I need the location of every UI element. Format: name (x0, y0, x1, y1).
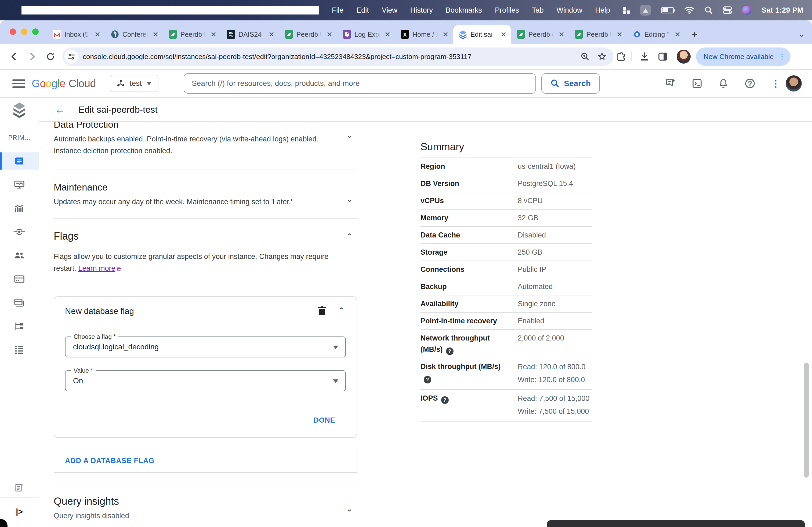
flag-value-select[interactable]: Value * On (65, 370, 346, 391)
sidebar-item-system-insights[interactable] (0, 176, 39, 193)
collapse-chevron-icon[interactable]: ⌃ (346, 232, 353, 241)
minimize-window-button[interactable] (21, 28, 27, 35)
browser-profile-avatar[interactable] (677, 50, 691, 64)
side-panel-icon[interactable] (654, 48, 671, 65)
back-arrow-icon[interactable]: ← (55, 104, 65, 115)
close-tab-icon[interactable]: ✕ (93, 30, 102, 39)
browser-tab[interactable]: Peerdb U✕ (569, 25, 627, 44)
learn-more-link[interactable]: Learn more (78, 264, 115, 272)
tab-label: Conferen (122, 31, 148, 39)
extensions-icon[interactable] (617, 51, 627, 62)
collapse-card-chevron-icon[interactable]: ⌃ (338, 306, 345, 315)
menu-bookmarks[interactable]: Bookmarks (446, 6, 482, 15)
browser-tab-active[interactable]: Edit sai-✕ (453, 25, 511, 44)
more-vert-icon[interactable]: ⋮ (771, 78, 780, 89)
forward-button[interactable] (24, 48, 41, 65)
url-text[interactable]: console.cloud.google.com/sql/instances/s… (83, 52, 576, 61)
whats-new-icon[interactable] (0, 479, 39, 496)
cloud-search-input[interactable]: Search (/) for resources, docs, products… (184, 73, 536, 94)
project-picker[interactable]: test (110, 75, 158, 92)
close-tab-icon[interactable]: ✕ (499, 30, 508, 39)
control-center-icon[interactable] (723, 6, 732, 14)
menu-file[interactable]: File (332, 6, 344, 15)
new-tab-button[interactable]: + (686, 26, 702, 42)
release-notes-icon[interactable] (665, 78, 676, 89)
menu-profiles[interactable]: Profiles (495, 6, 519, 15)
menu-chrome[interactable]: Chrome (21, 6, 319, 15)
browser-tab[interactable]: Peerdb (✕ (511, 25, 569, 44)
sidebar-item-databases[interactable] (0, 270, 39, 288)
app-menu-icon[interactable] (640, 5, 651, 16)
close-tab-icon[interactable]: ✕ (673, 30, 682, 39)
zoom-page-icon[interactable] (581, 52, 590, 61)
wifi-icon[interactable] (684, 6, 694, 14)
spotlight-search-icon[interactable] (705, 6, 713, 14)
close-tab-icon[interactable]: ✕ (383, 30, 392, 39)
expand-chevron-icon[interactable]: ⌄ (346, 194, 353, 204)
delete-flag-icon[interactable] (318, 305, 326, 316)
close-tab-icon[interactable]: ✕ (267, 30, 276, 39)
bookmark-star-icon[interactable] (597, 52, 607, 61)
close-tab-icon[interactable]: ✕ (441, 30, 450, 39)
address-bar[interactable]: console.cloud.google.com/sql/instances/s… (62, 47, 613, 66)
help-tooltip-icon[interactable]: ? (424, 376, 431, 383)
menu-clock[interactable]: Sat 1:29 PM (762, 6, 803, 15)
close-tab-icon[interactable]: ✕ (209, 30, 218, 39)
browser-tab[interactable]: Editing "✕ (627, 25, 685, 44)
scrollbar-thumb[interactable] (804, 363, 809, 478)
tab-label: Edit sai- (470, 31, 496, 39)
cloud-shell-icon[interactable] (692, 78, 702, 89)
choose-flag-select[interactable]: Choose a flag * cloudsql.logical_decodin… (65, 336, 346, 358)
close-tab-icon[interactable]: ✕ (325, 30, 334, 39)
battery-icon[interactable] (661, 7, 674, 13)
sidebar-item-backups[interactable] (0, 294, 39, 311)
reload-button[interactable] (42, 48, 59, 65)
browser-tab[interactable]: Conferen✕ (105, 25, 163, 44)
download-icon[interactable] (636, 48, 653, 65)
sidebar-item-operations[interactable] (0, 341, 39, 359)
close-window-button[interactable] (10, 28, 16, 35)
expand-chevron-icon[interactable]: ⌄ (346, 504, 353, 513)
menu-tab[interactable]: Tab (532, 6, 544, 15)
sidebar-item-connections[interactable] (0, 223, 39, 240)
help-icon[interactable] (744, 78, 756, 89)
chrome-update-pill[interactable]: New Chrome available ⋮ (696, 47, 791, 66)
sidebar-item-query-insights[interactable] (0, 200, 39, 217)
browser-tab[interactable]: Peerdb U✕ (163, 25, 221, 44)
cloud-search-button[interactable]: Search (541, 73, 600, 94)
menu-view[interactable]: View (382, 6, 397, 15)
menu-window[interactable]: Window (556, 6, 582, 15)
sidebar-item-users[interactable] (0, 247, 39, 264)
chrome-menu-kebab-icon[interactable]: ⋮ (779, 52, 786, 61)
account-avatar[interactable] (786, 75, 802, 91)
summary-row: Point-in-time recoveryEnabled (420, 312, 592, 329)
help-tooltip-icon[interactable]: ? (446, 347, 453, 355)
browser-tab[interactable]: Peerdb U✕ (279, 25, 337, 44)
close-tab-icon[interactable]: ✕ (557, 30, 566, 39)
close-tab-icon[interactable]: ✕ (615, 30, 624, 39)
google-cloud-logo[interactable]: Google Cloud (32, 77, 96, 90)
nav-menu-icon[interactable] (12, 77, 25, 90)
browser-tab[interactable]: DAISDAIS24 (✕ (221, 25, 279, 44)
menu-edit[interactable]: Edit (356, 6, 369, 15)
browser-tab[interactable]: Log Expl✕ (337, 25, 395, 44)
done-button[interactable]: DONE (314, 416, 335, 424)
expand-chevron-icon[interactable]: ⌄ (346, 131, 353, 140)
tab-search-chevron-icon[interactable]: ⌄ (799, 30, 804, 39)
back-button[interactable] (5, 48, 23, 65)
collapse-rail-button[interactable]: |> (0, 507, 39, 516)
siri-icon[interactable] (742, 6, 751, 15)
notifications-bell-icon[interactable] (718, 78, 729, 89)
close-tab-icon[interactable]: ✕ (151, 30, 160, 39)
help-tooltip-icon[interactable]: ? (441, 396, 449, 404)
menu-help[interactable]: Help (595, 6, 610, 15)
menu-history[interactable]: History (410, 6, 433, 15)
add-database-flag-button[interactable]: ADD A DATABASE FLAG (54, 449, 357, 473)
browser-tab[interactable]: XHome / X✕ (395, 25, 453, 44)
sidebar-item-replicas[interactable] (0, 318, 39, 335)
site-info-icon[interactable] (64, 50, 78, 64)
zoom-window-button[interactable] (32, 28, 39, 35)
sidebar-item-overview[interactable] (0, 152, 39, 169)
stats-menu-icon[interactable] (623, 7, 630, 14)
browser-tab[interactable]: Inbox (5✕ (47, 25, 105, 44)
